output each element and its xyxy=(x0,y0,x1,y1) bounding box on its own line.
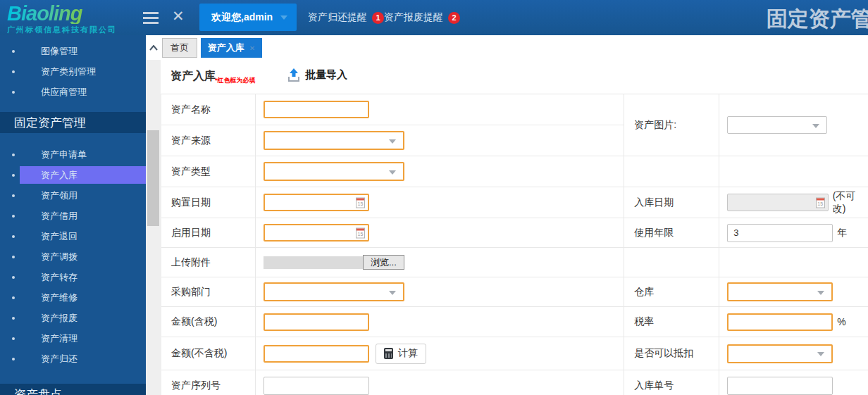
empty-row xyxy=(624,248,868,277)
asset-scrap-reminder-link[interactable]: 资产报废提醒 2 xyxy=(384,0,460,35)
reminder-label: 资产归还提醒 xyxy=(308,11,367,24)
batch-import-button[interactable]: 批量导入 xyxy=(287,68,347,82)
menu-icon[interactable] xyxy=(143,12,159,24)
sidebar-item-asset-cleanup[interactable]: 资产清理 xyxy=(0,328,146,349)
sidebar-section-asset-inventory[interactable]: 资产盘点 xyxy=(0,384,146,395)
field-label: 资产名称 xyxy=(161,94,256,125)
sidebar-item-asset-category-mgmt[interactable]: 资产类别管理 xyxy=(0,61,146,82)
required-note: *红色框为必填 xyxy=(215,76,256,85)
field-label: 税率 xyxy=(624,307,719,337)
sidebar-item-asset-scrap[interactable]: 资产报废 xyxy=(0,308,146,328)
asset-name-input[interactable] xyxy=(264,101,369,118)
useful-life-input[interactable] xyxy=(727,224,833,242)
field-label: 金额(不含税) xyxy=(161,337,256,370)
chevron-up-icon xyxy=(149,45,158,51)
tab-asset-storage[interactable]: 资产入库 ✕ xyxy=(201,38,262,58)
empty-row xyxy=(624,156,868,187)
asset-return-reminder-link[interactable]: 资产归还提醒 1 xyxy=(308,0,384,35)
page-title: 资产入库 xyxy=(170,69,216,84)
company-name: 广州标领信息科技有限公司 xyxy=(7,25,117,35)
calendar-icon[interactable] xyxy=(816,197,825,208)
calculator-icon xyxy=(384,348,393,359)
field-label: 采购部门 xyxy=(161,277,256,306)
field-suffix: 年 xyxy=(837,227,847,239)
field-label: 资产来源 xyxy=(161,125,256,156)
brand-name: Biaoling xyxy=(7,4,117,24)
user-menu-button[interactable]: 欢迎您,admin xyxy=(199,4,297,31)
calendar-icon[interactable] xyxy=(356,227,365,238)
reminder-label: 资产报废提醒 xyxy=(384,11,443,24)
welcome-text: 欢迎您,admin xyxy=(211,11,273,24)
sidebar-item-asset-borrow[interactable]: 资产借用 xyxy=(0,206,146,226)
tab-close-icon[interactable]: ✕ xyxy=(249,44,255,52)
serial-number-input[interactable] xyxy=(264,377,369,395)
upload-icon xyxy=(287,68,300,82)
sidebar-item-asset-repair[interactable]: 资产维修 xyxy=(0,287,146,308)
deductible-select[interactable] xyxy=(727,344,833,363)
field-label: 入库日期 xyxy=(624,187,719,218)
notification-badge: 1 xyxy=(372,12,384,24)
sidebar-item-asset-storage[interactable]: 资产入库 xyxy=(0,165,146,185)
field-label: 仓库 xyxy=(624,277,719,306)
sidebar-item-asset-relocate[interactable]: 资产转存 xyxy=(0,267,146,287)
field-label: 金额(含税) xyxy=(161,307,256,337)
sidebar-item-asset-receive[interactable]: 资产领用 xyxy=(0,185,146,206)
enable-date-input[interactable] xyxy=(264,224,369,242)
app-title: 固定资产管理 xyxy=(767,5,868,34)
asset-storage-form: 资产名称 资产来源 资产类型 购置日期 启用日期 xyxy=(161,94,868,395)
sidebar-item-supplier-mgmt[interactable]: 供应商管理 xyxy=(0,82,146,102)
tab-bar: 首页 资产入库 ✕ xyxy=(161,35,868,60)
purchase-dept-select[interactable] xyxy=(264,282,404,301)
amount-with-tax-input[interactable] xyxy=(264,313,369,331)
field-label: 购置日期 xyxy=(161,187,256,218)
warehouse-select[interactable] xyxy=(727,282,833,301)
scrollbar-thumb[interactable] xyxy=(147,130,159,226)
field-suffix: % xyxy=(837,316,845,327)
field-label: 是否可以抵扣 xyxy=(624,337,719,370)
sidebar-item-asset-return[interactable]: 资产退回 xyxy=(0,226,146,246)
sidebar-item-asset-transfer[interactable]: 资产调拨 xyxy=(0,246,146,267)
field-label: 入库单号 xyxy=(624,370,719,395)
storage-order-input[interactable] xyxy=(727,377,833,395)
main-content: 首页 资产入库 ✕ 资产入库 *红色框为必填 批量导入 资产名称 资产来源 xyxy=(161,35,868,395)
field-label: 启用日期 xyxy=(161,218,256,247)
close-icon[interactable]: ✕ xyxy=(172,8,185,25)
tax-rate-input[interactable] xyxy=(727,313,833,331)
chevron-down-icon xyxy=(280,15,287,20)
field-label: 资产类型 xyxy=(161,156,256,187)
brand-logo: Biaoling 广州标领信息科技有限公司 xyxy=(7,4,117,35)
sidebar-item-asset-request[interactable]: 资产申请单 xyxy=(0,144,146,165)
storage-date-input xyxy=(727,194,828,211)
field-label: 资产图片: xyxy=(624,94,719,156)
asset-type-select[interactable] xyxy=(264,162,404,181)
sidebar-item-image-mgmt[interactable]: 图像管理 xyxy=(0,41,146,61)
top-bar: Biaoling 广州标领信息科技有限公司 ✕ 欢迎您,admin 资产归还提醒… xyxy=(0,0,868,35)
page-header: 资产入库 *红色框为必填 批量导入 xyxy=(161,60,868,94)
field-label: 上传附件 xyxy=(161,248,256,277)
sidebar-section-fixed-asset-mgmt[interactable]: 固定资产管理 xyxy=(0,112,146,133)
scroll-up-button[interactable] xyxy=(146,35,161,60)
purchase-date-input[interactable] xyxy=(264,194,369,211)
field-suffix: (不可改) xyxy=(833,190,868,215)
asset-source-select[interactable] xyxy=(264,131,404,150)
amount-without-tax-input[interactable] xyxy=(264,345,369,363)
tab-home[interactable]: 首页 xyxy=(162,38,197,58)
sidebar-item-asset-giveback[interactable]: 资产归还 xyxy=(0,349,146,369)
browse-button[interactable]: 浏览... xyxy=(363,255,404,270)
calc-button[interactable]: 计算 xyxy=(376,344,426,364)
calendar-icon[interactable] xyxy=(356,197,365,208)
field-label: 使用年限 xyxy=(624,218,719,247)
notification-badge: 2 xyxy=(448,12,460,24)
field-label: 资产序列号 xyxy=(161,370,256,395)
sidebar-scrollbar[interactable] xyxy=(146,35,161,395)
attachment-file-input[interactable] xyxy=(264,256,364,269)
sidebar: 图像管理 资产类别管理 供应商管理 固定资产管理 资产申请单 资产入库 资产领用… xyxy=(0,35,146,395)
asset-image-select[interactable] xyxy=(727,116,827,134)
